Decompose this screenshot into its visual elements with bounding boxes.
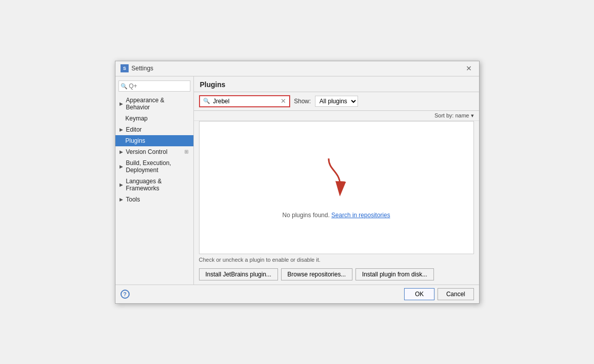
ok-button[interactable]: OK bbox=[404, 288, 434, 300]
sort-by-name[interactable]: Sort by: name bbox=[434, 112, 469, 118]
sidebar-item-keymap[interactable]: Keymap bbox=[115, 113, 193, 124]
chevron-right-icon: ▶ bbox=[120, 164, 123, 169]
settings-window: S Settings ✕ 🔍 ▶ Appearance & Behavior K… bbox=[115, 61, 480, 304]
sidebar-item-label: Build, Execution, Deployment bbox=[126, 159, 188, 174]
footer-hint: Check or uncheck a plugin to enable or d… bbox=[194, 254, 479, 265]
search-icon: 🔍 bbox=[200, 96, 212, 106]
content-area: 🔍 ▶ Appearance & Behavior Keymap ▶ Edito… bbox=[115, 76, 479, 285]
panel-title: Plugins bbox=[194, 76, 479, 92]
chevron-right-icon: ▶ bbox=[120, 197, 123, 202]
sidebar-search-input[interactable] bbox=[118, 80, 190, 92]
sidebar-item-label: Version Control bbox=[126, 148, 168, 155]
main-panel: Plugins 🔍 ✕ Show: All plugins Enabled Di… bbox=[194, 76, 479, 285]
sidebar-search-icon: 🔍 bbox=[121, 83, 128, 89]
close-button[interactable]: ✕ bbox=[464, 65, 474, 72]
sidebar: 🔍 ▶ Appearance & Behavior Keymap ▶ Edito… bbox=[115, 76, 194, 285]
title-bar-left: S Settings bbox=[121, 64, 153, 72]
dialog-footer: ? OK Cancel bbox=[115, 285, 479, 303]
install-jetbrains-button[interactable]: Install JetBrains plugin... bbox=[199, 268, 278, 280]
clear-search-button[interactable]: ✕ bbox=[278, 96, 289, 106]
plugins-toolbar: 🔍 ✕ Show: All plugins Enabled Disabled B… bbox=[194, 92, 479, 111]
sidebar-item-appearance[interactable]: ▶ Appearance & Behavior bbox=[115, 95, 193, 113]
footer-buttons: Install JetBrains plugin... Browse repos… bbox=[194, 265, 479, 285]
no-plugins-message: No plugins found. Search in repositories bbox=[283, 212, 390, 219]
cancel-button[interactable]: Cancel bbox=[438, 288, 473, 300]
install-disk-button[interactable]: Install plugin from disk... bbox=[355, 268, 434, 280]
chevron-right-icon: ▶ bbox=[120, 101, 123, 106]
sidebar-item-editor[interactable]: ▶ Editor bbox=[115, 124, 193, 135]
sidebar-item-label: Appearance & Behavior bbox=[126, 97, 188, 111]
vcs-icon: ⊞ bbox=[184, 149, 188, 154]
window-title: Settings bbox=[132, 65, 153, 72]
sidebar-item-plugins[interactable]: Plugins bbox=[115, 135, 193, 146]
sidebar-item-languages[interactable]: ▶ Languages & Frameworks bbox=[115, 176, 193, 194]
no-plugins-area: No plugins found. Search in repositories bbox=[283, 156, 390, 219]
browse-repos-button[interactable]: Browse repositories... bbox=[281, 268, 352, 280]
sidebar-item-label: Plugins bbox=[120, 137, 145, 144]
chevron-right-icon: ▶ bbox=[120, 182, 123, 187]
sidebar-item-label: Tools bbox=[126, 196, 140, 203]
sidebar-item-label: Languages & Frameworks bbox=[126, 178, 188, 192]
sort-bar: Sort by: name ▾ bbox=[194, 111, 479, 121]
sidebar-item-label: Editor bbox=[126, 126, 142, 133]
sidebar-item-build[interactable]: ▶ Build, Execution, Deployment bbox=[115, 157, 193, 176]
sidebar-item-version-control[interactable]: ▶ Version Control ⊞ bbox=[115, 146, 193, 157]
show-filter-select[interactable]: All plugins Enabled Disabled Bundled Cus… bbox=[315, 96, 358, 107]
title-bar: S Settings ✕ bbox=[115, 61, 479, 76]
plugin-search-box: 🔍 ✕ bbox=[199, 95, 290, 107]
red-arrow-icon bbox=[321, 156, 351, 196]
chevron-right-icon: ▶ bbox=[120, 149, 123, 154]
svg-text:S: S bbox=[123, 66, 126, 71]
sidebar-search-container: 🔍 bbox=[118, 80, 190, 92]
sidebar-item-label: Keymap bbox=[120, 115, 148, 122]
sidebar-item-tools[interactable]: ▶ Tools bbox=[115, 194, 193, 205]
app-icon: S bbox=[121, 64, 129, 72]
show-label: Show: bbox=[294, 98, 311, 105]
sort-chevron-icon: ▾ bbox=[471, 112, 474, 118]
chevron-right-icon: ▶ bbox=[120, 127, 123, 132]
plugins-list: No plugins found. Search in repositories bbox=[199, 121, 474, 254]
search-in-repos-link[interactable]: Search in repositories bbox=[331, 212, 390, 219]
help-button[interactable]: ? bbox=[121, 290, 130, 299]
no-plugins-text: No plugins found. bbox=[283, 212, 330, 219]
plugin-search-input[interactable] bbox=[212, 96, 278, 106]
